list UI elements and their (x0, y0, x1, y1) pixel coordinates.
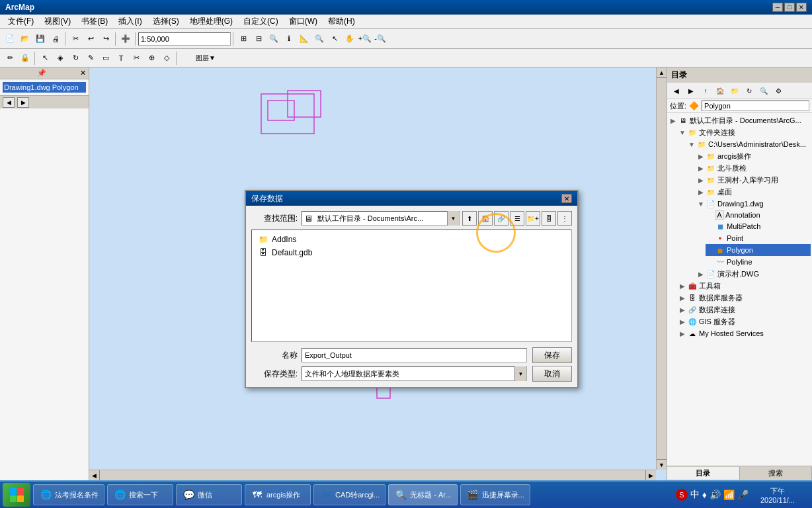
edit-btn[interactable]: ✏ (3, 51, 17, 65)
tree-gis-server[interactable]: ▶ 🌐 GIS 服务器 (678, 316, 811, 327)
connect-btn[interactable]: 🔗 (494, 211, 508, 226)
vertex-btn[interactable]: ◈ (53, 51, 67, 65)
layer-dropdown[interactable]: 图层▼ (179, 51, 232, 65)
panel-close-btn[interactable]: ✕ (80, 69, 86, 77)
taskbar-app-wechat[interactable]: 💬 微信 (176, 484, 242, 505)
root-expand[interactable]: ▶ (669, 116, 678, 125)
map-canvas[interactable]: ▲ ▼ ◀ ▶ (89, 67, 667, 480)
dbc-expand[interactable]: ▶ (678, 305, 687, 314)
menu-window[interactable]: 窗口(W) (284, 15, 323, 28)
menu-geoprocess[interactable]: 地理处理(G) (184, 15, 238, 28)
zoom-in2-btn[interactable]: +🔍 (358, 32, 372, 46)
open-btn[interactable]: 📂 (18, 32, 32, 46)
panel-pin-btn[interactable]: 📌 (37, 69, 46, 77)
menu-select[interactable]: 选择(S) (147, 15, 184, 28)
fc-expand[interactable]: ▼ (678, 128, 687, 137)
dialog-close-btn[interactable]: ✕ (561, 194, 572, 203)
menu-bookmark[interactable]: 书签(B) (76, 15, 113, 28)
tree-yanshi[interactable]: ▶ 📄 演示村.DWG (696, 268, 811, 280)
desk-expand[interactable]: ▼ (687, 140, 696, 149)
measure-btn[interactable]: 📐 (297, 32, 311, 46)
cursor-btn[interactable]: ↖ (38, 51, 52, 65)
zoom-layer-btn[interactable]: ⊟ (251, 32, 266, 46)
taskbar-app-arcgis[interactable]: 🗺 arcgis操作 (245, 484, 311, 505)
layer-item-drawing[interactable]: Drawing1.dwg Polygon (3, 82, 86, 93)
arcops-expand[interactable]: ▶ (696, 151, 706, 161)
taskbar-app-falao[interactable]: 🌐 法考报名条件 (33, 484, 104, 505)
tray-ime-icon[interactable]: 中 (690, 489, 700, 501)
ys-expand[interactable]: ▶ (696, 269, 706, 278)
close-button[interactable]: ✕ (796, 3, 807, 12)
zoom-full-btn[interactable]: ⊞ (236, 32, 251, 46)
identify-btn[interactable]: ℹ (282, 32, 296, 46)
snap-btn[interactable]: ⊕ (144, 51, 159, 65)
tree-folder-connect[interactable]: ▼ 📁 文件夹连接 (678, 126, 811, 138)
tree-polygon[interactable]: ◼ Polygon (706, 244, 811, 256)
taskbar-app-search[interactable]: 🌐 搜索一下 (107, 484, 173, 505)
start-button[interactable] (3, 483, 30, 507)
topology-btn[interactable]: ◇ (159, 51, 174, 65)
file-list[interactable]: 📁 AddIns 🗄 Default.gdb (251, 230, 572, 342)
taskbar-clock[interactable]: 下午 2020/11/... (751, 486, 804, 504)
beidou-expand[interactable]: ▶ (696, 163, 706, 173)
cat-refresh-btn[interactable]: ↻ (743, 84, 756, 97)
redo-btn[interactable]: ↪ (99, 32, 113, 46)
scroll-down-btn[interactable]: ▼ (657, 459, 667, 470)
type-dropdown[interactable]: 文件和个人地理数据库要素类 ▼ (302, 366, 527, 381)
cat-options-btn[interactable]: ⚙ (772, 84, 785, 97)
gis-expand[interactable]: ▶ (678, 317, 687, 326)
scroll-up-btn[interactable]: ▲ (657, 67, 667, 78)
maximize-button[interactable]: □ (784, 3, 795, 12)
cat-connect-btn[interactable]: 📁 (728, 84, 741, 97)
tree-annotation[interactable]: A Annotation (706, 210, 811, 220)
tree-desktop[interactable]: ▼ 📁 C:\Users\Administrator\Desk... (687, 138, 811, 150)
tree-polyline[interactable]: 〰 Polyline (706, 256, 811, 268)
hs-expand[interactable]: ▶ (678, 329, 687, 338)
tree-arcgis-ops[interactable]: ▶ 📁 arcgis操作 (696, 150, 811, 162)
sketch-btn[interactable]: ✎ (83, 51, 98, 65)
menu-view[interactable]: 视图(V) (39, 15, 76, 28)
menu-insert[interactable]: 插入(I) (113, 15, 147, 28)
tray-network-icon[interactable]: 📶 (723, 489, 735, 500)
tray-mic-icon[interactable]: 🎤 (737, 489, 749, 500)
file-item-default-gdb[interactable]: 🗄 Default.gdb (255, 246, 569, 259)
tree-multipatch[interactable]: ◼ MultiPatch (706, 220, 811, 232)
view-btn[interactable]: ☰ (510, 211, 524, 226)
scroll-right-btn[interactable]: ▶ (645, 470, 656, 480)
pan-btn[interactable]: ✋ (343, 32, 357, 46)
tb-expand[interactable]: ▶ (678, 281, 687, 290)
zoom-in-btn[interactable]: 🔍 (266, 32, 281, 46)
search-tool-btn[interactable]: 🔍 (312, 32, 327, 46)
save-button[interactable]: 保存 (532, 347, 572, 363)
rotate-btn[interactable]: ↻ (68, 51, 83, 65)
folder-up-btn[interactable]: ⬆ (462, 211, 477, 226)
draw1-expand[interactable]: ▼ (696, 199, 706, 208)
tray-s-icon[interactable]: S (676, 489, 688, 501)
more-btn[interactable]: ⋮ (557, 211, 572, 226)
tree-desktop-folder[interactable]: ▶ 📁 桌面 (696, 186, 811, 198)
gdb-btn[interactable]: 🗄 (542, 211, 556, 226)
cancel-button[interactable]: 取消 (532, 366, 572, 382)
new-folder-btn[interactable]: 📁+ (526, 211, 540, 226)
tray-sound-icon[interactable]: 🔊 (710, 489, 721, 500)
select-feature-btn[interactable]: ↖ (327, 32, 342, 46)
menu-help[interactable]: 帮助(H) (323, 15, 360, 28)
tray-dot-icon[interactable]: ♦ (702, 489, 707, 500)
rectangle-btn[interactable]: ▭ (99, 51, 113, 65)
type-arrow[interactable]: ▼ (514, 366, 526, 381)
tree-db-connect[interactable]: ▶ 🔗 数据库连接 (678, 304, 811, 316)
print-btn[interactable]: 🖨 (48, 32, 63, 46)
cat-back-btn[interactable]: ◀ (670, 84, 683, 97)
tree-beidou[interactable]: ▶ 📁 北斗质检 (696, 162, 811, 174)
minimize-button[interactable]: ─ (772, 3, 783, 12)
add-data-btn[interactable]: ➕ (118, 32, 133, 46)
name-input[interactable] (302, 348, 527, 362)
cat-search-btn[interactable]: 🔍 (757, 84, 770, 97)
home-btn[interactable]: 🏠 (478, 211, 493, 226)
taskbar-app-arcmap[interactable]: 🔍 无标题 - Ar... (388, 484, 457, 505)
catalog-tab-catalog[interactable]: 目录 (667, 467, 740, 480)
wangdong-expand[interactable]: ▶ (696, 175, 706, 185)
save-btn[interactable]: 💾 (33, 32, 48, 46)
tree-drawing1[interactable]: ▼ 📄 Drawing1.dwg (696, 198, 811, 210)
toggle-edit-btn[interactable]: 🔒 (18, 51, 32, 65)
